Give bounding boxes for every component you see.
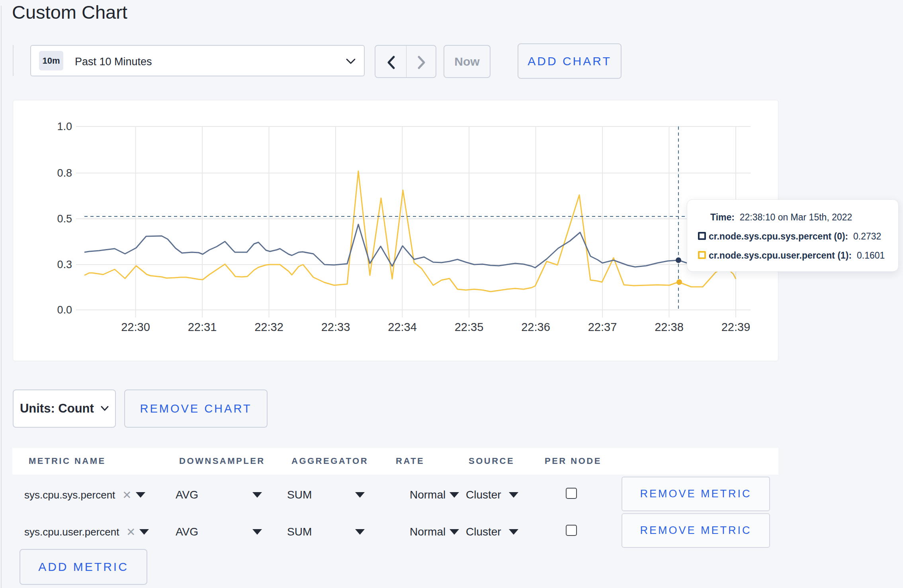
svg-text:22:34: 22:34 bbox=[388, 321, 417, 333]
svg-text:1.0: 1.0 bbox=[57, 121, 72, 132]
svg-text:22:38: 22:38 bbox=[655, 321, 684, 333]
svg-text:22:30: 22:30 bbox=[121, 321, 150, 333]
svg-text:22:36: 22:36 bbox=[521, 321, 550, 333]
svg-text:0.8: 0.8 bbox=[57, 167, 72, 179]
svg-text:22:37: 22:37 bbox=[588, 321, 617, 333]
svg-text:0.5: 0.5 bbox=[57, 213, 72, 225]
svg-text:22:31: 22:31 bbox=[188, 321, 217, 333]
svg-text:0.0: 0.0 bbox=[57, 304, 72, 316]
svg-text:22:32: 22:32 bbox=[254, 321, 283, 333]
svg-text:22:33: 22:33 bbox=[321, 321, 350, 333]
svg-text:22:39: 22:39 bbox=[721, 321, 751, 333]
svg-text:0.3: 0.3 bbox=[57, 259, 72, 271]
svg-text:22:35: 22:35 bbox=[455, 321, 484, 333]
